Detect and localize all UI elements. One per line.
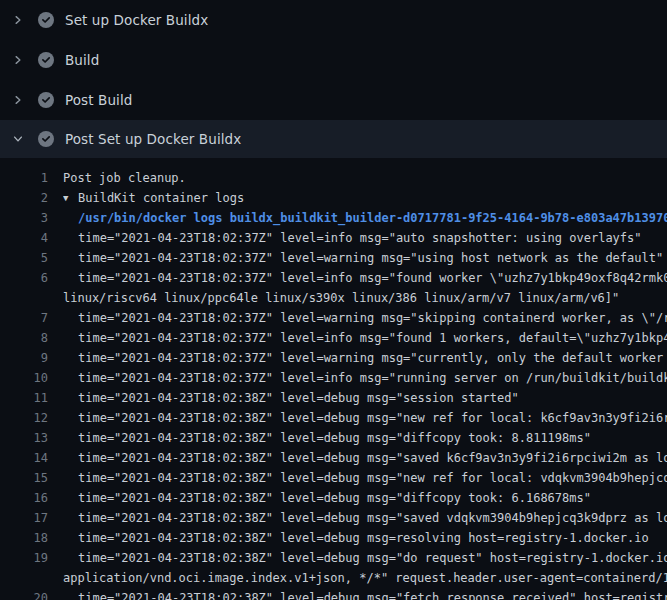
line-text-content: time="2021-04-23T18:02:37Z" level=warnin…	[78, 251, 663, 265]
line-text: time="2021-04-23T18:02:38Z" level=debug …	[63, 428, 667, 448]
line-text: Post job cleanup.	[63, 168, 667, 188]
line-text-content: time="2021-04-23T18:02:37Z" level=info m…	[78, 271, 667, 285]
line-number[interactable]: 17	[0, 508, 48, 528]
line-number[interactable]: 5	[0, 248, 48, 268]
line-text-content: time="2021-04-23T18:02:37Z" level=warnin…	[78, 311, 667, 325]
step-label: Set up Docker Buildx	[65, 12, 208, 28]
log-line: 18 time="2021-04-23T18:02:38Z" level=deb…	[0, 528, 667, 548]
line-number[interactable]: 9	[0, 348, 48, 368]
line-text-content: time="2021-04-23T18:02:38Z" level=debug …	[78, 431, 591, 445]
line-number[interactable]: 12	[0, 408, 48, 428]
check-circle-icon	[38, 52, 54, 68]
step-row[interactable]: Post Set up Docker Buildx	[0, 120, 667, 158]
line-number[interactable]: 10	[0, 368, 48, 388]
step-label: Post Set up Docker Buildx	[65, 131, 241, 147]
log-line: 15 time="2021-04-23T18:02:38Z" level=deb…	[0, 468, 667, 488]
log-line: 20 time="2021-04-23T18:02:38Z" level=deb…	[0, 588, 667, 600]
line-text: time="2021-04-23T18:02:38Z" level=debug …	[63, 528, 667, 548]
line-text: application/vnd.oci.image.index.v1+json,…	[63, 568, 667, 588]
line-text-content: time="2021-04-23T18:02:38Z" level=debug …	[78, 591, 667, 600]
line-text: time="2021-04-23T18:02:37Z" level=info m…	[63, 328, 667, 348]
log-line: 10 time="2021-04-23T18:02:37Z" level=inf…	[0, 368, 667, 388]
line-number[interactable]: 13	[0, 428, 48, 448]
line-number[interactable]: 15	[0, 468, 48, 488]
line-number[interactable]: 19	[0, 548, 48, 568]
line-text-content: application/vnd.oci.image.index.v1+json,…	[63, 571, 667, 585]
line-number[interactable]: 4	[0, 228, 48, 248]
line-number[interactable]: 3	[0, 208, 48, 228]
line-number[interactable]	[0, 288, 48, 308]
line-number[interactable]: 1	[0, 168, 48, 188]
line-text-content: time="2021-04-23T18:02:38Z" level=debug …	[78, 471, 667, 485]
line-text-content: time="2021-04-23T18:02:37Z" level=info m…	[78, 331, 667, 345]
line-text-content: time="2021-04-23T18:02:38Z" level=debug …	[78, 491, 591, 505]
step-label: Post Build	[65, 92, 132, 108]
line-text: time="2021-04-23T18:02:37Z" level=info m…	[63, 228, 667, 248]
log-panel: 1 Post job cleanup. 2 ▼BuildKit containe…	[0, 158, 667, 600]
line-text: time="2021-04-23T18:02:37Z" level=info m…	[63, 268, 667, 288]
line-text: time="2021-04-23T18:02:37Z" level=info m…	[63, 368, 667, 388]
log-line: linux/riscv64 linux/ppc64le linux/s390x …	[0, 288, 667, 308]
log-line: 9 time="2021-04-23T18:02:37Z" level=warn…	[0, 348, 667, 368]
actions-log-viewer: Set up Docker Buildx Build	[0, 0, 667, 600]
line-text-content: time="2021-04-23T18:02:37Z" level=info m…	[78, 231, 642, 245]
step-label: Build	[65, 52, 99, 68]
log-line: 1 Post job cleanup.	[0, 168, 667, 188]
line-text-content: time="2021-04-23T18:02:37Z" level=info m…	[78, 371, 667, 385]
line-number[interactable]: 7	[0, 308, 48, 328]
line-text-content: time="2021-04-23T18:02:38Z" level=debug …	[78, 391, 519, 405]
chevron-right-icon[interactable]	[12, 54, 26, 66]
check-circle-icon	[38, 12, 54, 28]
log-line: 6 time="2021-04-23T18:02:37Z" level=info…	[0, 268, 667, 288]
line-text-content: time="2021-04-23T18:02:38Z" level=debug …	[78, 551, 667, 565]
line-text: /usr/bin/docker logs buildx_buildkit_bui…	[63, 208, 667, 228]
log-line: 4 time="2021-04-23T18:02:37Z" level=info…	[0, 228, 667, 248]
check-circle-icon	[38, 92, 54, 108]
chevron-right-icon[interactable]	[12, 94, 26, 106]
log-line: 7 time="2021-04-23T18:02:37Z" level=warn…	[0, 308, 667, 328]
line-text: ▼BuildKit container logs	[63, 188, 667, 208]
line-text: time="2021-04-23T18:02:38Z" level=debug …	[63, 588, 667, 600]
line-text: time="2021-04-23T18:02:37Z" level=warnin…	[63, 308, 667, 328]
chevron-down-icon[interactable]	[12, 133, 26, 145]
step-list: Set up Docker Buildx Build	[0, 0, 667, 158]
chevron-right-icon[interactable]	[12, 14, 26, 26]
step-row[interactable]: Set up Docker Buildx	[0, 0, 667, 40]
step-row[interactable]: Build	[0, 40, 667, 80]
log-line: application/vnd.oci.image.index.v1+json,…	[0, 568, 667, 588]
collapse-triangle-icon[interactable]: ▼	[63, 188, 78, 208]
line-number[interactable]: 18	[0, 528, 48, 548]
line-number[interactable]: 2	[0, 188, 48, 208]
line-text-content: Post job cleanup.	[63, 171, 186, 185]
line-text-content: BuildKit container logs	[78, 191, 244, 205]
line-text: time="2021-04-23T18:02:38Z" level=debug …	[63, 408, 667, 428]
line-text: time="2021-04-23T18:02:38Z" level=debug …	[63, 448, 667, 468]
line-number[interactable]: 14	[0, 448, 48, 468]
line-number[interactable]: 8	[0, 328, 48, 348]
line-text-content: time="2021-04-23T18:02:38Z" level=debug …	[78, 411, 667, 425]
line-text: time="2021-04-23T18:02:37Z" level=warnin…	[63, 348, 667, 368]
line-text-content: time="2021-04-23T18:02:38Z" level=debug …	[78, 531, 649, 545]
step-row[interactable]: Post Build	[0, 80, 667, 120]
log-line: 16 time="2021-04-23T18:02:38Z" level=deb…	[0, 488, 667, 508]
log-line: 2 ▼BuildKit container logs	[0, 188, 667, 208]
log-line: 3 /usr/bin/docker logs buildx_buildkit_b…	[0, 208, 667, 228]
line-text: linux/riscv64 linux/ppc64le linux/s390x …	[63, 288, 667, 308]
line-text: time="2021-04-23T18:02:38Z" level=debug …	[63, 468, 667, 488]
line-text: time="2021-04-23T18:02:37Z" level=warnin…	[63, 248, 667, 268]
log-line: 5 time="2021-04-23T18:02:37Z" level=warn…	[0, 248, 667, 268]
log-line: 12 time="2021-04-23T18:02:38Z" level=deb…	[0, 408, 667, 428]
line-number[interactable]: 20	[0, 588, 48, 600]
log-line: 14 time="2021-04-23T18:02:38Z" level=deb…	[0, 448, 667, 468]
line-number[interactable]	[0, 568, 48, 588]
log-line: 8 time="2021-04-23T18:02:37Z" level=info…	[0, 328, 667, 348]
line-text-content: linux/riscv64 linux/ppc64le linux/s390x …	[63, 291, 619, 305]
log-line: 19 time="2021-04-23T18:02:38Z" level=deb…	[0, 548, 667, 568]
check-circle-icon	[38, 131, 54, 147]
line-number[interactable]: 11	[0, 388, 48, 408]
line-text: time="2021-04-23T18:02:38Z" level=debug …	[63, 508, 667, 528]
line-number[interactable]: 6	[0, 268, 48, 288]
line-number[interactable]: 16	[0, 488, 48, 508]
log-line: 11 time="2021-04-23T18:02:38Z" level=deb…	[0, 388, 667, 408]
log-line: 13 time="2021-04-23T18:02:38Z" level=deb…	[0, 428, 667, 448]
